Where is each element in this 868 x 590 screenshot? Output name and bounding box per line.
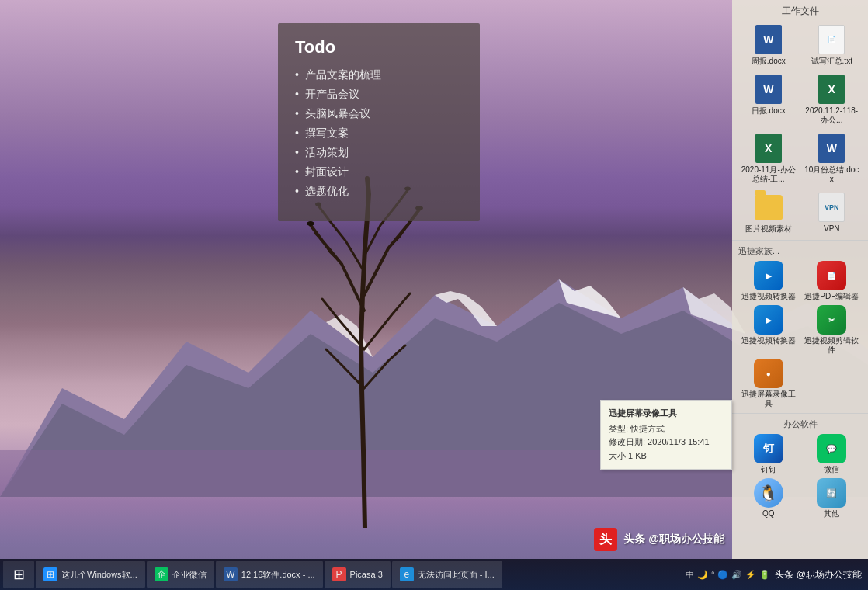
work-files-title: 工作文件 [738, 5, 862, 18]
app-item[interactable]: 📄 迅捷PDF编辑器 [802, 261, 863, 301]
file-label: 2020-11月-办公总结-工... [740, 165, 797, 184]
system-tray: 中 🌙 ° 🔵 🔊 ⚡ 🔋 [686, 569, 770, 581]
todo-title: Todo [295, 37, 463, 57]
office-app-item[interactable]: 💬微信 [802, 434, 863, 474]
tray-moon[interactable]: 🌙 [697, 570, 708, 580]
start-button[interactable]: ⊞ [3, 560, 34, 588]
file-label: VPN [824, 224, 840, 234]
todo-widget: Todo 产品文案的梳理开产品会议头脑风暴会议撰写文案活动策划封面设计选题优化 [278, 23, 480, 221]
taskbar-item-icon: ⊞ [43, 567, 57, 581]
todo-item: 撰写文案 [295, 127, 463, 141]
office-app-item[interactable]: 🐧QQ [738, 478, 799, 519]
app-label: 迅捷视频转换器 [741, 336, 796, 345]
app-item[interactable]: ▶ 迅捷视频转换器 [738, 305, 799, 355]
app-icon: ▶ [754, 261, 783, 290]
app-label: 迅捷屏幕录像工具 [739, 390, 798, 408]
tray-power[interactable]: ⚡ [745, 570, 756, 580]
tooltip-title: 迅捷屏幕录像工具 [609, 407, 724, 421]
todo-item: 活动策划 [295, 146, 463, 160]
tooltip-modified: 修改日期: 2020/11/3 15:41 [609, 436, 724, 449]
app-item[interactable]: ✂ 迅捷视频剪辑软件 [802, 305, 863, 355]
taskbar-item-label: Picasa 3 [350, 570, 383, 579]
todo-item: 开产品会议 [295, 88, 463, 102]
tray-lang[interactable]: 中 [686, 569, 694, 581]
office-app-item[interactable]: 🔄其他 [802, 478, 863, 519]
file-label: 周报.docx [752, 57, 786, 66]
other-icon: 🔄 [817, 478, 846, 508]
file-item[interactable]: VPNVPN [802, 190, 863, 235]
tooltip-type: 类型: 快捷方式 [609, 422, 724, 436]
watermark: 头 头条 @职场办公技能 [594, 528, 724, 551]
tooltip-size: 大小 1 KB [609, 449, 724, 463]
svg-point-7 [307, 221, 314, 226]
file-label: 2020.11.2-118-办公... [804, 106, 861, 125]
taskbar-items: ⊞ 这几个Windows软...企 企业微信W 12.16软件.docx - .… [36, 560, 686, 588]
file-label: 图片视频素材 [745, 224, 792, 234]
taskbar-item-icon: 企 [155, 567, 168, 581]
taskbar-item-label: 12.16软件.docx - ... [241, 569, 315, 581]
watermark-logo: 头 [594, 528, 617, 551]
file-item[interactable]: 📄试写汇总.txt [802, 23, 863, 68]
office-grid: 钉钉钉💬微信🐧QQ🔄其他 [738, 434, 862, 519]
taskbar-item[interactable]: P Picasa 3 [325, 560, 391, 588]
file-item[interactable]: 日报.docx [738, 72, 799, 127]
office-title: 办公软件 [738, 418, 862, 430]
file-item[interactable]: 图片视频素材 [738, 190, 799, 235]
taskbar-item-icon: W [224, 567, 238, 581]
app-icon: 📄 [817, 261, 846, 290]
office-app-label: 微信 [824, 465, 839, 474]
right-panel: 工作文件 周报.docx📄试写汇总.txt日报.docx2020.11.2-11… [732, 0, 868, 590]
taskbar-item-icon: e [400, 567, 414, 581]
app-label: 迅捷PDF编辑器 [804, 292, 859, 301]
taskbar-item[interactable]: ⊞ 这几个Windows软... [36, 560, 145, 588]
taskbar-item[interactable]: 企 企业微信 [147, 560, 214, 588]
xunjie-section: 迅捷家族... ▶ 迅捷视频转换器📄 迅捷PDF编辑器▶ 迅捷视频转换器✂ 迅捷… [732, 241, 868, 414]
office-section: 办公软件 钉钉钉💬微信🐧QQ🔄其他 [732, 414, 868, 523]
taskbar-item[interactable]: W 12.16软件.docx - ... [216, 560, 323, 588]
app-item[interactable]: ● 迅捷屏幕录像工具 [738, 359, 799, 408]
office-app-label: 其他 [824, 509, 839, 519]
qq-icon: 🐧 [754, 478, 783, 508]
file-label: 试写汇总.txt [811, 57, 852, 66]
todo-list: 产品文案的梳理开产品会议头脑风暴会议撰写文案活动策划封面设计选题优化 [295, 68, 463, 199]
tray-battery[interactable]: 🔋 [759, 570, 770, 580]
app-item[interactable]: ▶ 迅捷视频转换器 [738, 261, 799, 301]
todo-item: 产品文案的梳理 [295, 68, 463, 82]
app-icon: ▶ [754, 305, 783, 335]
app-icon: ✂ [817, 305, 846, 335]
todo-item: 头脑风暴会议 [295, 107, 463, 121]
desktop: Todo 产品文案的梳理开产品会议头脑风暴会议撰写文案活动策划封面设计选题优化 … [0, 0, 868, 590]
file-item[interactable]: 2020.11.2-118-办公... [802, 72, 863, 127]
taskbar-item-label: 企业微信 [172, 569, 207, 581]
office-app-item[interactable]: 钉钉钉 [738, 434, 799, 474]
files-grid: 周报.docx📄试写汇总.txt日报.docx2020.11.2-118-办公.… [738, 23, 862, 235]
watermark-taskbar: 头条 @职场办公技能 [775, 568, 862, 581]
tooltip-popup: 迅捷屏幕录像工具 类型: 快捷方式 修改日期: 2020/11/3 15:41 … [600, 400, 732, 470]
work-files-section: 工作文件 周报.docx📄试写汇总.txt日报.docx2020.11.2-11… [732, 0, 868, 241]
file-item[interactable]: 2020-11月-办公总结-工... [738, 131, 799, 186]
office-app-label: 钉钉 [761, 465, 776, 474]
todo-item: 选题优化 [295, 185, 463, 199]
app-label: 迅捷视频转换器 [741, 292, 796, 301]
taskbar-item[interactable]: e 无法访问此页面 - I... [392, 560, 502, 588]
taskbar-item-label: 无法访问此页面 - I... [418, 569, 495, 581]
office-app-label: QQ [762, 509, 775, 519]
file-label: 10月份总结.docx [804, 165, 861, 184]
taskbar-item-label: 这几个Windows软... [61, 569, 137, 581]
apps-grid: ▶ 迅捷视频转换器📄 迅捷PDF编辑器▶ 迅捷视频转换器✂ 迅捷视频剪辑软件● … [738, 261, 862, 408]
app-icon: ● [754, 359, 783, 388]
file-item[interactable]: 周报.docx [738, 23, 799, 68]
app-label: 迅捷视频剪辑软件 [802, 336, 861, 355]
file-item[interactable]: 10月份总结.docx [802, 131, 863, 186]
wechat-icon: 💬 [817, 434, 846, 463]
taskbar-item-icon: P [332, 567, 346, 581]
watermark-text: 头条 @职场办公技能 [623, 533, 724, 547]
taskbar: ⊞ ⊞ 这几个Windows软...企 企业微信W 12.16软件.docx -… [0, 559, 868, 590]
file-label: 日报.docx [752, 106, 786, 116]
todo-item: 封面设计 [295, 165, 463, 179]
dingtalk-icon: 钉 [754, 434, 783, 463]
xunjie-title: 迅捷家族... [738, 245, 862, 257]
tray-sound[interactable]: 🔊 [731, 570, 742, 580]
tray-signal[interactable]: ° [711, 570, 714, 579]
tray-bluetooth[interactable]: 🔵 [717, 570, 728, 580]
